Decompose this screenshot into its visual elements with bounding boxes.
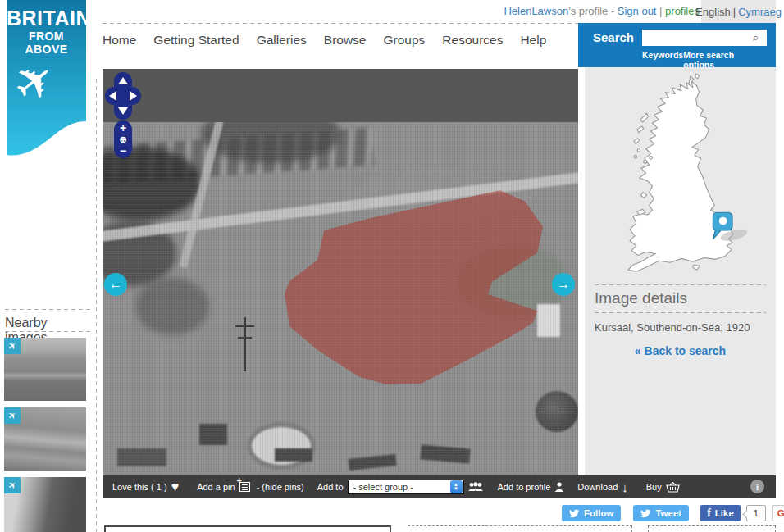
nearby-thumbnail-3[interactable]: ✈ [4, 477, 86, 532]
add-to-label: Add to [317, 482, 344, 492]
airplane-badge-icon: ✈ [4, 407, 21, 424]
google-plus-one-button[interactable]: G+1 [772, 505, 784, 521]
profiles-link[interactable]: profiles [665, 5, 700, 17]
download-button[interactable]: Download ↓ [577, 480, 627, 494]
pan-right-icon[interactable] [130, 91, 137, 101]
zoom-globe-icon[interactable]: ⊕ [119, 135, 126, 144]
group-select-value: - select group - [353, 482, 413, 492]
search-icon[interactable]: ⌕ [753, 31, 765, 43]
footer-box-2 [408, 525, 632, 532]
image-details-heading: Image details [595, 289, 687, 307]
language-switcher: English | Cymraeg [701, 0, 776, 23]
facebook-icon: f [707, 507, 711, 520]
info-button[interactable]: i [750, 480, 764, 493]
details-divider-top [595, 284, 766, 285]
profile-suffix: 's profile - [568, 5, 618, 17]
pin-list-icon: + [239, 482, 250, 492]
arrow-left-icon: ← [109, 277, 122, 292]
gplus-label: G+1 [777, 508, 784, 518]
twitter-bird-icon [640, 509, 651, 518]
like-count: 1 [754, 508, 759, 518]
sign-out-link[interactable]: Sign out [618, 5, 657, 17]
pan-down-icon[interactable] [118, 107, 128, 115]
pan-control[interactable] [108, 72, 138, 120]
buy-label: Buy [646, 482, 662, 492]
person-icon [554, 482, 564, 492]
heart-icon: ♥ [171, 480, 180, 493]
back-to-search-link[interactable]: « Back to search [585, 344, 776, 357]
nav-item-browse[interactable]: Browse [324, 33, 367, 48]
search-panel: Search ⌕ Keywords More search options [578, 23, 776, 67]
add-to-profile-button[interactable]: Add to profile [498, 482, 565, 492]
arrow-right-icon: → [557, 277, 570, 292]
sidebar-divider [96, 79, 97, 532]
zoom-in-button[interactable]: + [120, 122, 126, 134]
footer-box-3 [648, 525, 776, 532]
details-panel: Image details Kursaal, Southend-on-Sea, … [585, 67, 776, 475]
nav-item-home[interactable]: Home [103, 33, 136, 48]
buy-button[interactable]: Buy [646, 482, 680, 493]
nav-item-help[interactable]: Help [520, 33, 546, 48]
tweet-button[interactable]: Tweet [633, 505, 689, 521]
airplane-badge-icon: ✈ [4, 477, 21, 493]
download-icon: ↓ [622, 480, 628, 494]
profile-user-link[interactable]: HelenLawson [504, 5, 568, 17]
site-logo[interactable]: BRITAIN FROM ABOVE ✈ [7, 0, 86, 161]
pan-up-icon[interactable] [118, 77, 128, 84]
language-english[interactable]: English [695, 6, 731, 18]
add-to-group: Add to - select group - ▲▼ [317, 480, 483, 494]
logo-title: BRITAIN [7, 7, 86, 30]
header-divider [103, 23, 578, 24]
main-navigation: Home Getting Started Galleries Browse Gr… [103, 33, 546, 48]
footer-box-1 [104, 525, 391, 532]
download-label: Download [577, 482, 618, 492]
search-label: Search [593, 30, 634, 44]
nav-item-galleries[interactable]: Galleries [257, 33, 307, 48]
nearby-thumbnail-2[interactable]: ✈ [4, 407, 86, 471]
add-a-pin-label: Add a pin [197, 482, 235, 492]
hide-pins-label: - (hide pins) [257, 482, 304, 492]
info-icon: i [756, 482, 759, 492]
next-image-button[interactable]: → [552, 273, 575, 296]
viewer-letterbox [103, 69, 578, 122]
basket-icon [666, 482, 680, 493]
facebook-like-button[interactable]: f Like [700, 505, 741, 521]
add-to-profile-label: Add to profile [498, 482, 551, 492]
nearby-divider-top [5, 309, 90, 310]
airplane-badge-icon: ✈ [4, 338, 21, 354]
profile-line: HelenLawson's profile - Sign out | profi… [504, 5, 700, 17]
group-select[interactable]: - select group - ▲▼ [348, 480, 464, 494]
zoom-out-button[interactable]: − [120, 145, 126, 157]
hide-pins-link[interactable]: - (hide pins) [257, 482, 304, 492]
twitter-follow-button[interactable]: Follow [562, 505, 621, 521]
follow-label: Follow [584, 508, 613, 518]
nav-item-resources[interactable]: Resources [442, 33, 503, 48]
britain-map [607, 71, 754, 278]
love-this-button[interactable]: Love this ( 1 ) ♥ [112, 480, 179, 493]
pan-left-icon[interactable] [109, 91, 116, 101]
zoom-control[interactable]: + ⊕ − [114, 120, 132, 158]
like-count-bubble: 1 [746, 505, 766, 521]
previous-image-button[interactable]: ← [104, 273, 127, 296]
social-buttons-row: Follow Tweet f Like 1 G+1 [562, 505, 784, 521]
like-label: Like [715, 508, 734, 518]
nav-item-groups[interactable]: Groups [383, 33, 425, 48]
nav-item-getting-started[interactable]: Getting Started [153, 33, 239, 48]
tweet-label: Tweet [655, 508, 681, 518]
logo-subtitle: FROM ABOVE [7, 30, 86, 56]
love-this-label: Love this ( 1 ) [112, 482, 167, 492]
image-caption: Kursaal, Southend-on-Sea, 1920 [595, 321, 750, 334]
search-input[interactable] [642, 30, 767, 46]
details-divider-bottom [595, 312, 766, 313]
top-bar: HelenLawson's profile - Sign out | profi… [0, 0, 784, 23]
select-stepper-icon: ▲▼ [450, 480, 463, 493]
add-a-pin-button[interactable]: Add a pin + [197, 482, 249, 492]
twitter-bird-icon [569, 509, 580, 518]
profile-separator: | [656, 5, 665, 17]
nearby-thumbnail-1[interactable]: ✈ [4, 338, 86, 401]
language-cymraeg[interactable]: Cymraeg [738, 6, 782, 18]
aerial-photo[interactable] [103, 122, 578, 475]
nearby-divider-bottom [5, 331, 90, 332]
people-icon [468, 482, 483, 492]
viewer-toolbar: Love this ( 1 ) ♥ Add a pin + - (hide pi… [103, 475, 776, 498]
